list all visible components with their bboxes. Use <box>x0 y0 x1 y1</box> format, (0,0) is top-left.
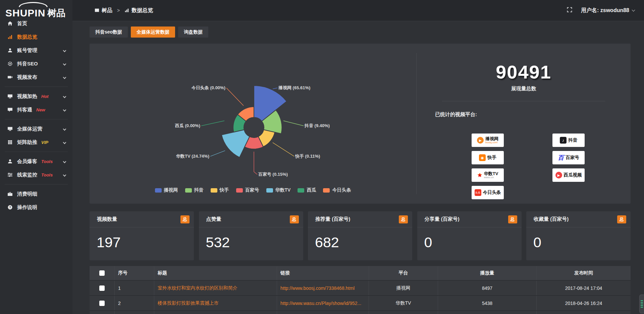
table-row-partial <box>90 311 631 314</box>
sidebar-item-label: 消费明细 <box>17 191 37 197</box>
table-cell: 楼体投影灯投影效果震撼上市 <box>154 296 277 310</box>
sidebar-item-member-bloom[interactable]: 会员爆客Tools <box>0 155 72 168</box>
platform-card-xigua: ▶西瓜视频 <box>552 168 585 182</box>
wasu-logo-icon: ★ <box>477 172 482 179</box>
sidebar-badge: Tools <box>41 172 53 177</box>
sidebar-item-account-mgmt[interactable]: 账号管理 <box>0 44 72 57</box>
sidebar-item-lead-monitor[interactable]: 线索监控Tools <box>0 168 72 181</box>
chevron-down-icon <box>63 49 66 52</box>
sidebar-badge: VIP <box>41 140 48 145</box>
sidebar-item-label: 矩阵助推 <box>17 139 37 146</box>
tab-media-ops-data[interactable]: 全媒体运营数据 <box>131 27 175 38</box>
stat-card-2: 推荐量 (百家号)总682 <box>308 211 412 260</box>
legend-label: 西瓜 <box>307 187 316 193</box>
svg-text:?: ? <box>9 206 11 209</box>
monitor-icon <box>7 126 13 132</box>
sidebar-item-label: 账号管理 <box>17 47 37 54</box>
cell-num: 1 <box>118 285 121 291</box>
sidebar-item-douketong[interactable]: 抖客通New <box>0 103 72 116</box>
sidebar-item-video-publish[interactable]: 视频发布 <box>0 70 72 84</box>
cell-url-link[interactable]: http://www.boosj.com/7338468.html <box>280 285 355 291</box>
legend-item[interactable]: 播视网 <box>155 187 178 193</box>
total-impressions-value: 90491 <box>417 61 631 83</box>
legend-item[interactable]: 西瓜 <box>298 187 316 193</box>
breadcrumb-separator: > <box>117 8 120 13</box>
cell-plays: 5438 <box>482 301 492 306</box>
select-all-checkbox[interactable] <box>99 270 105 276</box>
stat-card-value: 532 <box>199 227 303 251</box>
total-badge: 总 <box>180 215 190 223</box>
grid-icon <box>7 140 13 145</box>
pie-label-line <box>283 121 304 126</box>
stat-card-label: 推荐量 (百家号) <box>315 216 350 222</box>
table-cell: 室外水纹灯和室内水纹灯的区别和简介 <box>154 281 277 295</box>
table-cell: 2 <box>115 296 154 310</box>
legend-swatch <box>298 188 304 193</box>
table-cell: 8497 <box>438 281 537 295</box>
stat-card-4: 收藏量 (百家号)总0 <box>526 211 631 260</box>
breadcrumb-item-root[interactable]: 树品 <box>102 7 112 14</box>
legend-item[interactable]: 抖音 <box>185 187 204 193</box>
sidebar-divider <box>5 87 68 87</box>
scroll-widget[interactable] <box>639 295 644 313</box>
legend-item[interactable]: 华数TV <box>266 187 291 193</box>
total-impressions-label: 展现量总数 <box>417 86 631 92</box>
chevron-down-icon <box>63 127 66 130</box>
stat-card-value: 0 <box>417 227 522 251</box>
pie-label-line <box>273 143 294 156</box>
legend-item[interactable]: 百家号 <box>236 187 259 193</box>
tab-douyin-seo-data[interactable]: 抖音seo数据 <box>90 27 128 38</box>
pie-label-line <box>210 151 225 156</box>
sidebar-item-home[interactable]: 首页 <box>0 17 72 30</box>
heat-icon <box>7 94 13 99</box>
sidebar-item-video-heat[interactable]: 视频加热Hot <box>0 90 72 103</box>
topbar: 树品 > 数据总览 用户名: zswodun88 <box>72 0 644 21</box>
sidebar-item-expense-detail[interactable]: 消费明细 <box>0 187 72 201</box>
breadcrumb-app-icon <box>95 8 99 13</box>
cell-url-link[interactable]: http://www.wasu.cn/Play/show/id/952... <box>280 301 361 306</box>
sidebar-item-label: 线索监控 <box>17 172 37 178</box>
platform-card-douyin: ♪抖音 <box>552 134 585 147</box>
sidebar-item-data-overview[interactable]: 数据总览 <box>0 30 72 44</box>
kuaishou-logo-icon: ◉ <box>479 154 486 161</box>
table-header-cell: 标题 <box>154 266 277 280</box>
total-badge: 总 <box>290 215 299 223</box>
row-checkbox[interactable] <box>99 285 105 291</box>
sidebar-item-label: 数据总览 <box>17 34 37 40</box>
legend-item[interactable]: 今日头条 <box>323 187 351 193</box>
table-header-cell: 播放量 <box>438 266 537 280</box>
pie-label: 华数TV (24.74%) <box>176 154 209 159</box>
header-label: 序号 <box>118 270 127 276</box>
total-badge: 总 <box>508 215 517 223</box>
sidebar-item-label: 抖客通 <box>17 107 32 113</box>
cell-title-link[interactable]: 室外水纹灯和室内水纹灯的区别和简介 <box>158 285 237 291</box>
table-cell: 播视网 <box>369 281 438 295</box>
chart-legend: 播视网抖音快手百家号华数TV西瓜今日头条 <box>90 187 416 193</box>
topbar-user-area: 用户名: zswodun88 <box>567 0 635 21</box>
table-header-cell: 链接 <box>277 266 369 280</box>
fullscreen-icon[interactable] <box>567 7 572 14</box>
stat-card-label: 视频数量 <box>97 216 117 222</box>
chevron-down-icon <box>63 141 66 144</box>
sidebar-item-matrix-boost[interactable]: 矩阵助推VIP <box>0 136 72 149</box>
sidebar-item-douyin-seo[interactable]: 抖音SEO <box>0 57 72 70</box>
platform-card-wasu: ★华数TVwasu.cn <box>472 168 504 182</box>
table-cell <box>90 281 115 295</box>
cell-title-link[interactable]: 楼体投影灯投影效果震撼上市 <box>158 300 219 306</box>
pie-slice-4[interactable] <box>222 130 250 157</box>
sidebar-item-media-ops[interactable]: 全媒体运营 <box>0 122 72 136</box>
gear-icon <box>7 61 13 66</box>
user-name: zswodun88 <box>600 7 629 13</box>
chevron-down-icon <box>63 75 66 79</box>
legend-item[interactable]: 快手 <box>211 187 229 193</box>
chevron-down-icon <box>63 173 66 176</box>
sidebar-item-label: 操作说明 <box>17 204 37 211</box>
sidebar-divider <box>5 184 68 185</box>
tab-inquiry-data[interactable]: 询盘数据 <box>178 27 208 38</box>
row-checkbox[interactable] <box>99 301 105 306</box>
table-row: 2楼体投影灯投影效果震撼上市http://www.wasu.cn/Play/sh… <box>90 296 631 311</box>
table-cell: 2018-04-26 16:24 <box>537 296 631 310</box>
sidebar-item-help[interactable]: ?操作说明 <box>0 201 72 214</box>
user-menu[interactable]: 用户名: zswodun88 <box>581 7 635 14</box>
cell-num: 2 <box>118 301 121 306</box>
